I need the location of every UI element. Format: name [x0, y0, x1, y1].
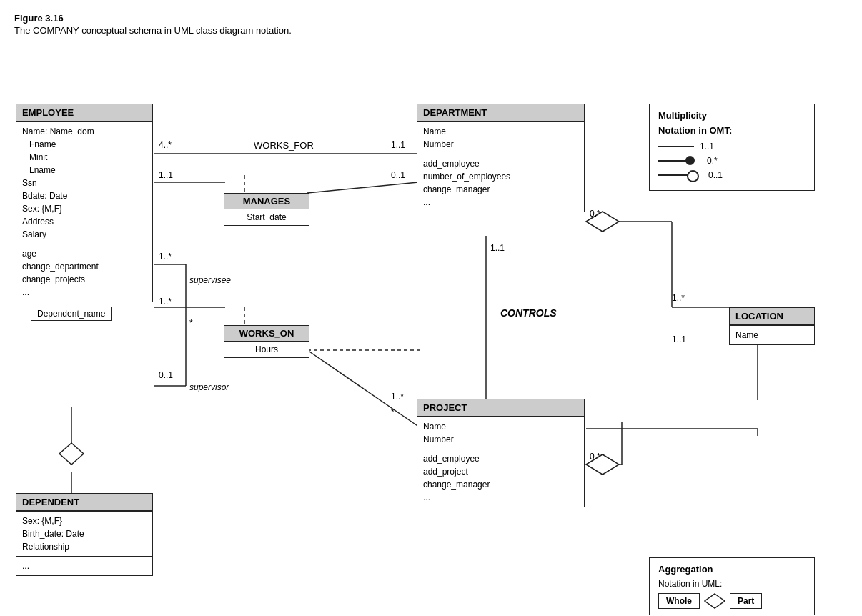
mult-11c: 1..1	[490, 243, 505, 253]
department-methods: add_employee number_of_employees change_…	[417, 154, 584, 212]
line-01	[658, 174, 694, 176]
label-01: 0..1	[708, 170, 723, 180]
notation-row-0star: 0.*	[658, 156, 806, 166]
mult-01a: 0..1	[391, 170, 405, 180]
multiplicity-subtitle: Notation in OMT:	[658, 125, 806, 136]
aggregation-subtitle: Notation in UML:	[658, 579, 806, 589]
works-for-label: WORKS_FOR	[254, 140, 314, 151]
project-class: PROJECT Name Number add_employee add_pro…	[417, 399, 585, 507]
mult-1star-loc: 1..*	[672, 293, 685, 303]
mult-1star-b: 1..*	[159, 297, 172, 307]
mult-11b: 1..1	[159, 170, 173, 180]
label-11: 1..1	[700, 141, 714, 151]
figure-title: Figure 3.16	[14, 13, 848, 24]
dependent-class: DEPENDENT Sex: {M,F} Birth_date: Date Re…	[16, 493, 153, 576]
dependent-attributes: Sex: {M,F} Birth_date: Date Relationship	[16, 511, 152, 556]
location-header: LOCATION	[730, 308, 814, 325]
department-class: DEPARTMENT Name Number add_employee numb…	[417, 104, 585, 212]
mult-11d: 1..1	[672, 334, 686, 344]
mult-0star-a: 0.*	[590, 209, 600, 219]
department-attributes: Name Number	[417, 121, 584, 154]
employee-header: EMPLOYEE	[16, 104, 152, 121]
employee-methods: age change_department change_projects ..…	[16, 244, 152, 302]
aggregation-notation-box: Aggregation Notation in UML: Whole Part	[649, 557, 815, 615]
location-attributes: Name	[730, 325, 814, 344]
mult-0star-b: 0.*	[590, 452, 600, 462]
multiplicity-title: Multiplicity	[658, 110, 806, 121]
project-header: PROJECT	[417, 399, 584, 417]
dependent-methods: ...	[16, 556, 152, 575]
line-11	[658, 146, 694, 147]
works-on-body: Hours	[224, 342, 309, 357]
svg-marker-27	[705, 594, 725, 608]
mult-4star: 4..*	[159, 140, 172, 150]
works-on-header: WORKS_ON	[224, 326, 309, 342]
mult-1star-a: 1..*	[159, 252, 172, 262]
aggregation-row: Whole Part	[658, 593, 806, 609]
mult-star-a: *	[189, 318, 193, 328]
manages-box: MANAGES Start_date	[224, 193, 309, 226]
employee-attributes: Name: Name_dom Fname Minit Lname Ssn Bda…	[16, 121, 152, 244]
supervisee-label: supervisee	[189, 275, 231, 285]
whole-box: Whole	[658, 593, 700, 609]
multiplicity-notation-box: Multiplicity Notation in OMT: 1..1 0.* 0…	[649, 104, 815, 191]
part-box: Part	[730, 593, 762, 609]
line-0star	[658, 160, 694, 162]
project-methods: add_employee add_project change_manager …	[417, 449, 584, 507]
aggregation-title: Aggregation	[658, 564, 806, 575]
department-header: DEPARTMENT	[417, 104, 584, 121]
employee-class: EMPLOYEE Name: Name_dom Fname Minit Lnam…	[16, 104, 153, 302]
mult-star-b: *	[391, 407, 395, 417]
aggregation-diamond-icon	[704, 593, 725, 609]
notation-row-11: 1..1	[658, 141, 806, 151]
page-container: Figure 3.16 The COMPANY conceptual schem…	[0, 0, 862, 616]
dependent-header: DEPENDENT	[16, 494, 152, 511]
dependent-name-box: Dependent_name	[31, 307, 112, 321]
supervisor-label: supervisor	[189, 382, 229, 392]
works-on-box: WORKS_ON Hours	[224, 325, 309, 358]
manages-body: Start_date	[224, 209, 309, 225]
location-class: LOCATION Name	[729, 307, 815, 345]
figure-caption: The COMPANY conceptual schema in UML cla…	[14, 25, 848, 36]
mult-11a: 1..1	[391, 140, 405, 150]
mult-1star-c: 1..*	[391, 392, 404, 402]
notation-row-01: 0..1	[658, 170, 806, 180]
label-0star: 0.*	[707, 156, 718, 166]
controls-label: CONTROLS	[500, 307, 557, 319]
project-attributes: Name Number	[417, 417, 584, 449]
manages-header: MANAGES	[224, 194, 309, 209]
mult-01b: 0..1	[159, 370, 173, 380]
